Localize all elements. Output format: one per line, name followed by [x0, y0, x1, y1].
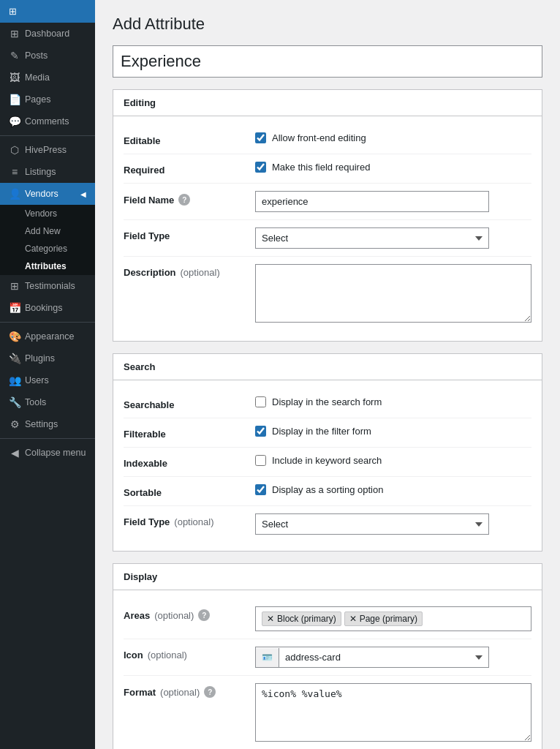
- sidebar-item-dashboard[interactable]: ⊞ Dashboard: [0, 23, 95, 45]
- format-help-icon[interactable]: ?: [204, 686, 216, 698]
- sidebar-item-vendors[interactable]: 👤 Vendors ◀: [0, 183, 95, 205]
- display-section: Display Areas (optional) ? ✕ Block (prim…: [113, 563, 542, 749]
- field-type-label: Field Type: [124, 227, 255, 241]
- icon-select-wrapper: 🪪 address-card: [255, 647, 489, 668]
- sidebar-item-label: Tools: [25, 397, 46, 407]
- sidebar-item-label: Pages: [25, 94, 50, 105]
- searchable-checkbox[interactable]: [255, 396, 266, 407]
- sidebar-item-media[interactable]: 🖼 Media: [0, 67, 95, 89]
- required-field-row: Required Make this field required: [124, 154, 531, 184]
- sidebar-item-testimonials[interactable]: ⊞ Testimonials: [0, 275, 95, 297]
- sidebar-item-hivepress[interactable]: ⬡ HivePress: [0, 139, 95, 161]
- editable-checkbox-label[interactable]: Allow front-end editing: [255, 132, 531, 143]
- field-name-row: Field Name ?: [124, 184, 531, 220]
- format-control: %icon% %value%: [255, 683, 531, 744]
- editable-label: Editable: [124, 132, 255, 146]
- sidebar-item-collapse[interactable]: ◀ Collapse menu: [0, 442, 95, 464]
- description-row: Description (optional): [124, 257, 531, 332]
- sidebar-item-pages[interactable]: 📄 Pages: [0, 89, 95, 110]
- testimonials-icon: ⊞: [9, 280, 20, 292]
- sidebar-item-settings[interactable]: ⚙ Settings: [0, 413, 95, 435]
- submenu-categories[interactable]: Categories: [0, 240, 95, 257]
- sidebar-item-label: Plugins: [25, 353, 55, 364]
- divider3: [0, 438, 95, 439]
- sortable-checkbox-label[interactable]: Display as a sorting option: [255, 484, 531, 495]
- field-type-select[interactable]: Select Text Number Checkbox Radio Textar…: [255, 227, 489, 249]
- icon-control: 🪪 address-card: [255, 647, 531, 668]
- tag-label: Block (primary): [277, 614, 336, 624]
- search-field-type-select[interactable]: Select Text Number Checkbox Radio: [255, 513, 489, 535]
- arrow-icon: ◀: [80, 190, 86, 198]
- indexable-checkbox-label[interactable]: Include in keyword search: [255, 455, 531, 466]
- icon-select[interactable]: address-card: [279, 647, 488, 667]
- main-content: Add Attribute Editing Editable Allow fro…: [95, 0, 560, 749]
- sidebar-item-users[interactable]: 👥 Users: [0, 369, 95, 391]
- sidebar-item-label: Users: [25, 375, 49, 385]
- sidebar-item-label: Media: [25, 72, 50, 83]
- submenu-vendors[interactable]: Vendors: [0, 205, 95, 222]
- sidebar-item-tools[interactable]: 🔧 Tools: [0, 391, 95, 413]
- page-title: Add Attribute: [113, 15, 542, 34]
- sortable-checkbox[interactable]: [255, 484, 266, 495]
- icon-row: Icon (optional) 🪪 address-card: [124, 639, 531, 676]
- required-checkbox[interactable]: [255, 162, 266, 173]
- bookings-icon: 📅: [9, 302, 20, 314]
- sidebar-item-label: Collapse menu: [25, 448, 86, 458]
- editable-control: Allow front-end editing: [255, 132, 531, 143]
- filterable-checkbox-label[interactable]: Display in the filter form: [255, 426, 531, 437]
- required-control: Make this field required: [255, 162, 531, 173]
- search-header: Search: [113, 354, 542, 380]
- filterable-label: Filterable: [124, 426, 255, 440]
- sortable-label: Sortable: [124, 484, 255, 498]
- plugins-icon: 🔌: [9, 353, 20, 364]
- icon-prefix: 🪪: [256, 648, 279, 667]
- sidebar-item-comments[interactable]: 💬 Comments: [0, 110, 95, 132]
- sidebar-item-label: HivePress: [25, 145, 67, 155]
- sidebar-item-listings[interactable]: ≡ Listings: [0, 161, 95, 183]
- sidebar-item-label: Dashboard: [25, 29, 69, 39]
- sidebar-item-label: Vendors: [25, 189, 58, 199]
- appearance-icon: 🎨: [9, 331, 20, 342]
- display-header: Display: [113, 564, 542, 590]
- vendors-submenu: Vendors Add New Categories Attributes: [0, 205, 95, 275]
- posts-icon: ✎: [9, 50, 20, 61]
- submenu-add-new[interactable]: Add New: [0, 222, 95, 240]
- indexable-checkbox[interactable]: [255, 455, 266, 466]
- editable-checkbox[interactable]: [255, 132, 266, 143]
- format-row: Format (optional) ? %icon% %value%: [124, 676, 531, 749]
- sortable-text: Display as a sorting option: [272, 484, 383, 495]
- areas-tags-input[interactable]: ✕ Block (primary) ✕ Page (primary): [255, 606, 531, 631]
- required-label: Required: [124, 162, 255, 176]
- sidebar-item-bookings[interactable]: 📅 Bookings: [0, 297, 95, 319]
- sidebar-item-label: Listings: [25, 167, 56, 177]
- editing-section: Editing Editable Allow front-end editing…: [113, 89, 542, 342]
- settings-icon: ⚙: [9, 418, 20, 430]
- attribute-name-input[interactable]: [113, 45, 542, 78]
- description-label: Description (optional): [124, 264, 255, 278]
- format-textarea[interactable]: %icon% %value%: [255, 683, 531, 742]
- tag-page-primary: ✕ Page (primary): [344, 611, 423, 626]
- searchable-checkbox-label[interactable]: Display in the search form: [255, 396, 531, 407]
- required-checkbox-text: Make this field required: [272, 162, 370, 173]
- editable-field-row: Editable Allow front-end editing: [124, 125, 531, 154]
- wp-logo: ⊞: [0, 0, 95, 23]
- field-type-control: Select Text Number Checkbox Radio Textar…: [255, 227, 531, 249]
- field-name-input[interactable]: [255, 191, 489, 212]
- sidebar-item-posts[interactable]: ✎ Posts: [0, 45, 95, 67]
- filterable-checkbox[interactable]: [255, 426, 266, 437]
- field-name-help-icon[interactable]: ?: [178, 194, 190, 206]
- description-textarea[interactable]: [255, 264, 531, 323]
- sidebar-item-appearance[interactable]: 🎨 Appearance: [0, 325, 95, 347]
- tag-close-page[interactable]: ✕: [349, 614, 357, 624]
- sidebar-item-plugins[interactable]: 🔌 Plugins: [0, 347, 95, 369]
- submenu-attributes[interactable]: Attributes: [0, 257, 95, 275]
- areas-help-icon[interactable]: ?: [198, 609, 210, 621]
- required-checkbox-label[interactable]: Make this field required: [255, 162, 531, 173]
- areas-label: Areas (optional) ?: [124, 606, 255, 621]
- comments-icon: 💬: [9, 116, 20, 127]
- search-field-type-row: Field Type (optional) Select Text Number…: [124, 506, 531, 542]
- tag-close-block[interactable]: ✕: [267, 614, 274, 624]
- sortable-row: Sortable Display as a sorting option: [124, 477, 531, 506]
- sidebar: ⊞ ⊞ Dashboard ✎ Posts 🖼 Media 📄 Pages 💬 …: [0, 0, 95, 749]
- field-type-row: Field Type Select Text Number Checkbox R…: [124, 220, 531, 257]
